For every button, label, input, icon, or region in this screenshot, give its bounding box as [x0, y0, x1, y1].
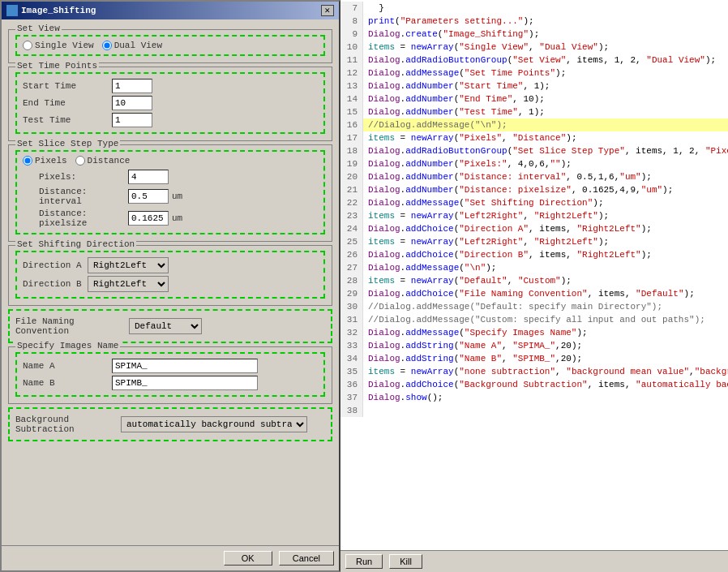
file-naming-label: File Naming Convention: [15, 316, 129, 336]
slice-step-highlight: Pixels Distance Pixels: Distance: interv…: [15, 150, 325, 234]
single-view-radio[interactable]: Single View: [23, 41, 94, 50]
distance-pixelsize-label: Distance: pixelsize: [39, 209, 128, 228]
start-time-input[interactable]: [112, 79, 152, 93]
code-line-29: 29 Dialog.addChoice("File Naming Convent…: [340, 287, 728, 300]
close-button[interactable]: ✕: [321, 5, 334, 16]
code-line-10: 10 items = newArray("Single View", "Dual…: [340, 41, 728, 54]
direction-b-select[interactable]: Right2Left Left2Right: [88, 276, 169, 292]
code-line-11: 11 Dialog.addRadioButtonGroup("Set View"…: [340, 54, 728, 67]
name-a-row: Name A: [19, 359, 321, 373]
slice-step-radio-group: Pixels Distance: [19, 154, 321, 167]
code-line-37: 37 Dialog.show();: [340, 391, 728, 404]
background-row: Background Subtraction none subtraction …: [12, 415, 328, 434]
background-label: Background Subtraction: [15, 415, 121, 434]
name-a-label: Name A: [23, 361, 112, 371]
background-select[interactable]: none subtraction background mean value b…: [121, 416, 307, 432]
code-line-36: 36 Dialog.addChoice("Background Subtract…: [340, 378, 728, 391]
end-time-label: End Time: [23, 98, 112, 108]
direction-a-select[interactable]: Right2Left Left2Right: [88, 257, 169, 273]
direction-a-label: Direction A: [23, 260, 88, 270]
cancel-button[interactable]: Cancel: [279, 551, 334, 566]
time-points-highlight: Start Time End Time Test Time: [15, 72, 325, 134]
view-radio-group: Single View Dual View: [19, 39, 321, 52]
set-view-group: Set View Single View Dual View: [8, 29, 332, 63]
specify-images-group: Specify Images Name Name A Name B: [8, 346, 332, 404]
name-a-input[interactable]: [112, 359, 258, 373]
code-line-14: 14 Dialog.addNumber("End Time", 10);: [340, 92, 728, 105]
code-line-17: 17 items = newArray("Pixels", "Distance"…: [340, 131, 728, 144]
code-line-34: 34 Dialog.addString("Name B", "SPIMB_",2…: [340, 352, 728, 365]
set-time-points-label: Set Time Points: [15, 61, 99, 71]
editor-toolbar: Run Kill: [340, 550, 728, 572]
specify-images-highlight: Name A Name B: [15, 352, 325, 397]
code-panel: 7 } 8 print("Parameters setting..."); 9 …: [340, 0, 728, 572]
code-line-28: 28 items = newArray("Default", "Custom")…: [340, 274, 728, 287]
test-time-row: Test Time: [19, 113, 321, 127]
shifting-direction-highlight: Direction A Right2Left Left2Right Direct…: [15, 251, 325, 299]
dialog-buttons: OK Cancel: [2, 545, 339, 570]
code-line-33: 33 Dialog.addString("Name A", "SPIMA_",2…: [340, 339, 728, 352]
set-shifting-direction-group: Set Shifting Direction Direction A Right…: [8, 245, 332, 306]
distance-pixelsize-input[interactable]: [128, 211, 169, 226]
ok-button[interactable]: OK: [224, 551, 272, 566]
code-line-27: 27 Dialog.addMessage("\n");: [340, 261, 728, 274]
test-time-label: Test Time: [23, 115, 112, 125]
set-view-highlight: Single View Dual View: [15, 35, 325, 56]
pixels-radio[interactable]: Pixels: [23, 156, 67, 166]
background-highlight: Background Subtraction none subtraction …: [8, 407, 332, 441]
dialog-content: Set View Single View Dual View Set Time …: [2, 19, 339, 545]
distance-pixelsize-row: Distance: pixelsize um: [36, 209, 321, 228]
direction-a-row: Direction A Right2Left Left2Right: [19, 257, 321, 273]
distance-interval-input[interactable]: [128, 189, 169, 204]
distance-interval-unit: um: [172, 191, 182, 201]
code-line-16: 16 //Dialog.addMessage("\n");: [340, 118, 728, 131]
code-line-18: 18 Dialog.addRadioButtonGroup("Set Slice…: [340, 144, 728, 157]
distance-interval-label: Distance: interval: [39, 187, 128, 206]
dual-view-radio[interactable]: Dual View: [102, 41, 162, 50]
code-line-20: 20 Dialog.addNumber("Distance: interval"…: [340, 170, 728, 183]
dialog-icon: [6, 5, 18, 16]
code-line-23: 23 items = newArray("Left2Right", "Right…: [340, 209, 728, 222]
pixels-input[interactable]: [128, 170, 169, 184]
code-line-9: 9 Dialog.create("Image_Shifting");: [340, 28, 728, 41]
distance-pixelsize-unit: um: [172, 213, 182, 223]
code-line-19: 19 Dialog.addNumber("Pixels:", 4,0,6,"")…: [340, 157, 728, 170]
direction-b-label: Direction B: [23, 279, 88, 289]
code-line-30: 30 //Dialog.addMessage("Default: specify…: [340, 300, 728, 313]
file-naming-highlight: File Naming Convention Default Custom: [8, 309, 332, 343]
dialog-titlebar: Image_Shifting ✕: [2, 2, 339, 19]
start-time-row: Start Time: [19, 79, 321, 93]
kill-button[interactable]: Kill: [389, 554, 422, 569]
name-b-label: Name B: [23, 378, 112, 388]
set-time-points-group: Set Time Points Start Time End Time Test…: [8, 67, 332, 141]
code-line-26: 26 Dialog.addChoice("Direction B", items…: [340, 248, 728, 261]
end-time-input[interactable]: [112, 96, 152, 110]
code-line-25: 25 items = newArray("Left2Right", "Right…: [340, 235, 728, 248]
file-naming-row: File Naming Convention Default Custom: [12, 316, 328, 336]
set-shifting-direction-label: Set Shifting Direction: [15, 239, 136, 249]
code-line-31: 31 //Dialog.addMessage("Custom: specify …: [340, 313, 728, 326]
dialog-panel: Image_Shifting ✕ Set View Single View Du…: [0, 0, 340, 572]
file-naming-select[interactable]: Default Custom: [129, 318, 202, 334]
run-button[interactable]: Run: [345, 554, 383, 569]
end-time-row: End Time: [19, 96, 321, 110]
code-line-7: 7 }: [340, 2, 728, 15]
pixels-label: Pixels:: [39, 172, 128, 182]
start-time-label: Start Time: [23, 81, 112, 91]
distance-interval-row: Distance: interval um: [36, 187, 321, 206]
code-area[interactable]: 7 } 8 print("Parameters setting..."); 9 …: [340, 0, 728, 550]
set-slice-step-label: Set Slice Step Type: [15, 139, 120, 148]
code-line-24: 24 Dialog.addChoice("Direction A", items…: [340, 222, 728, 235]
specify-images-label: Specify Images Name: [15, 341, 120, 351]
set-slice-step-group: Set Slice Step Type Pixels Distance Pixe…: [8, 144, 332, 242]
name-b-input[interactable]: [112, 376, 258, 390]
code-line-35: 35 items = newArray("none subtraction", …: [340, 365, 728, 378]
code-line-15: 15 Dialog.addNumber("Test Time", 1);: [340, 105, 728, 118]
direction-b-row: Direction B Right2Left Left2Right: [19, 276, 321, 292]
test-time-input[interactable]: [112, 113, 152, 127]
distance-radio[interactable]: Distance: [75, 156, 131, 166]
code-line-38: 38: [340, 404, 728, 417]
pixels-row: Pixels:: [36, 170, 321, 184]
set-view-label: Set View: [15, 24, 62, 33]
code-line-22: 22 Dialog.addMessage("Set Shifting Direc…: [340, 196, 728, 209]
